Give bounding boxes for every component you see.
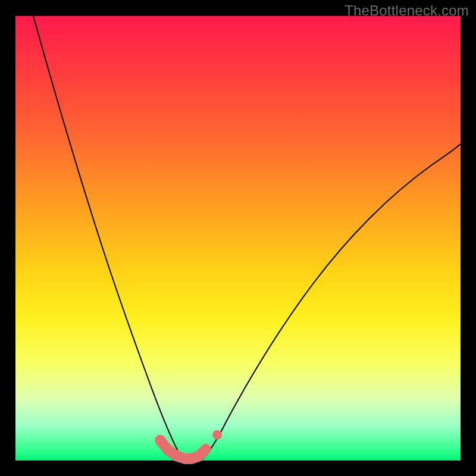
bottleneck-marker-end — [212, 430, 222, 440]
curve-right — [202, 144, 461, 459]
watermark-text: TheBottleneck.com — [345, 2, 469, 19]
plot-area — [15, 16, 461, 461]
plot-svg — [15, 16, 461, 461]
bottleneck-marker-path — [160, 440, 206, 459]
chart-frame: TheBottleneck.com — [0, 0, 476, 476]
curve-left — [33, 16, 185, 460]
